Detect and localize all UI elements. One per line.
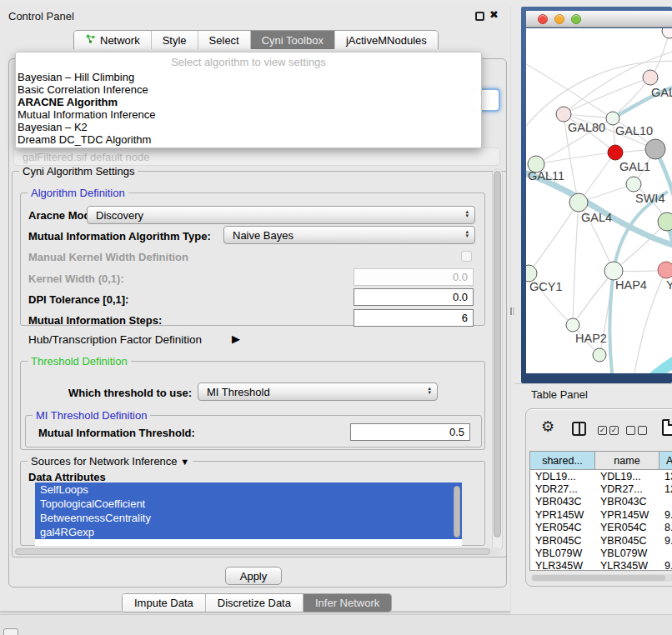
table-row[interactable]: YBR045C YBR045C 9.	[530, 534, 672, 547]
node-hap4[interactable]	[604, 262, 623, 280]
node-partial-bottom[interactable]	[593, 348, 606, 362]
gear-icon[interactable]: ⚙	[541, 418, 554, 436]
column-header-name[interactable]: name	[595, 452, 659, 469]
node-label: Y	[666, 278, 672, 292]
split-view-icon[interactable]	[572, 422, 586, 436]
data-attributes-list[interactable]: SelfLoops TopologicalCoefficient Between…	[35, 482, 462, 546]
node-green-right[interactable]	[658, 212, 672, 231]
algorithm-option[interactable]: Bayesian – Hill Climbing	[16, 71, 481, 83]
float-window-icon[interactable]	[475, 12, 484, 21]
node-gal10[interactable]	[606, 112, 619, 125]
mi-type-combo[interactable]: Naive Bayes ▴▾	[223, 226, 475, 244]
close-icon[interactable]: ✖	[489, 8, 499, 21]
node-gal4[interactable]	[569, 193, 588, 212]
splitpane-handle[interactable]	[510, 308, 514, 315]
sources-title: Sources for Network Inference ▼	[28, 455, 193, 468]
checked-checkbox-icon[interactable]: ✓	[609, 426, 619, 435]
table-row[interactable]: YER054C YER054C 8.	[530, 522, 672, 534]
control-panel-tabbar: Network Style Select Cyni Toolbox jActiv…	[73, 30, 439, 49]
attributes-list-scrollbar[interactable]	[454, 486, 460, 538]
tab-jactivemnodules[interactable]: jActiveMNodules	[334, 31, 438, 49]
tab-select[interactable]: Select	[198, 31, 250, 49]
tab-style[interactable]: Style	[151, 31, 198, 49]
network-window-titlebar[interactable]	[526, 11, 672, 28]
tab-select-label: Select	[209, 34, 239, 47]
mac-minimize-button[interactable]	[554, 14, 564, 24]
algorithm-option[interactable]: Mutual Information Inference	[16, 108, 481, 121]
node-salmon[interactable]	[658, 262, 672, 278]
kernel-width-field[interactable]: 0.0	[354, 268, 474, 286]
file-icon[interactable]	[662, 419, 672, 436]
tab-discretize-data[interactable]: Discretize Data	[205, 594, 303, 612]
attribute-item[interactable]: BetweennessCentrality	[35, 511, 462, 525]
stepper-icon: ▴▾	[465, 209, 469, 218]
table-row[interactable]: YPR145W YPR145W 9.	[530, 508, 672, 521]
column-header-shared-name[interactable]: shared...	[530, 452, 595, 469]
table-row[interactable]: YLR345W YLR345W 9.	[530, 560, 672, 571]
algorithm-option[interactable]: Basic Correlation Inference	[16, 83, 481, 96]
collapsed-panel-button[interactable]	[3, 628, 18, 635]
table-row[interactable]: YBR043C YBR043C	[530, 496, 672, 508]
node-label: GAL10	[615, 124, 653, 138]
mi-threshold-field[interactable]: 0.5	[350, 423, 470, 441]
table-row[interactable]: YDR27... YDR27... 12	[530, 482, 672, 495]
table-row[interactable]: YDL19... YDL19... 13	[530, 470, 672, 482]
tab-cyni-toolbox[interactable]: Cyni Toolbox	[250, 31, 334, 49]
network-view-window: GAL GAL80 GAL10 GAL1 GAL11 SWI4 GAL4 GCY…	[521, 7, 672, 383]
apply-button-label: Apply	[240, 570, 268, 582]
checked-checkbox-icon[interactable]: ✓	[598, 426, 607, 435]
scrollbar-thumb[interactable]	[532, 575, 665, 581]
node-gray[interactable]	[645, 139, 665, 159]
expand-right-icon[interactable]: ▶	[232, 332, 240, 345]
algorithm-placeholder: Select algorithm to view settings	[16, 52, 481, 71]
which-threshold-combo[interactable]: MI Threshold ▴▾	[198, 382, 438, 401]
mac-zoom-button[interactable]	[571, 14, 581, 24]
node-gal1[interactable]	[608, 145, 623, 160]
status-strip	[0, 614, 672, 635]
manual-kernel-checkbox[interactable]	[461, 251, 472, 262]
column-header-partial[interactable]: A	[659, 452, 672, 469]
collapse-down-icon[interactable]: ▼	[180, 457, 189, 467]
scrollbar-thumb[interactable]	[494, 171, 501, 538]
settings-horizontal-scrollbar[interactable]	[14, 548, 501, 556]
node-swi4[interactable]	[626, 177, 641, 192]
settings-vertical-scrollbar[interactable]	[492, 168, 503, 552]
tab-impute-data-label: Impute Data	[134, 597, 193, 609]
table-panel-toolbar: ⚙ ✓ ✓	[526, 409, 672, 449]
table-horizontal-scrollbar[interactable]	[531, 574, 672, 582]
algorithm-dropdown-list: Select algorithm to view settings Bayesi…	[15, 52, 482, 148]
node-hap2[interactable]	[566, 318, 579, 332]
table-panel: ⚙ ✓ ✓ shared... name A YDL19... YDL19...…	[525, 408, 672, 587]
attribute-item[interactable]: gal4RGexp	[35, 525, 462, 539]
aracne-mode-value: Discovery	[96, 209, 143, 222]
node-gal-top[interactable]	[643, 70, 658, 85]
manual-kernel-label: Manual Kernel Width Definition	[28, 251, 188, 263]
attribute-item[interactable]: TopologicalCoefficient	[35, 497, 462, 511]
aracne-mode-combo[interactable]: Discovery ▴▾	[87, 206, 475, 224]
mi-steps-value: 6	[462, 312, 468, 324]
node-gal80[interactable]	[556, 107, 571, 122]
node-gcy1[interactable]	[526, 265, 537, 282]
mi-steps-field[interactable]: 6	[354, 309, 474, 327]
tab-cyni-toolbox-label: Cyni Toolbox	[262, 34, 323, 47]
mac-close-button[interactable]	[538, 14, 548, 24]
network-canvas[interactable]: GAL GAL80 GAL10 GAL1 GAL11 SWI4 GAL4 GCY…	[526, 28, 672, 373]
apply-button[interactable]: Apply	[225, 567, 282, 585]
tab-infer-network[interactable]: Infer Network	[303, 594, 391, 612]
algorithm-option-selected[interactable]: ARACNE Algorithm	[16, 96, 481, 108]
table-data-combo[interactable]: galFiltered.sif default node	[13, 148, 500, 166]
algorithm-option[interactable]: Bayesian – K2	[16, 121, 481, 133]
network-icon	[85, 33, 96, 47]
scrollbar-thumb[interactable]	[15, 548, 490, 555]
stepper-icon: ▴▾	[428, 386, 431, 394]
attribute-item[interactable]: SelfLoops	[35, 482, 462, 497]
node-partial-top[interactable]	[662, 28, 672, 38]
algorithm-option[interactable]: Dream8 DC_TDC Algorithm	[16, 133, 481, 146]
node-table[interactable]: shared... name A YDL19... YDL19... 13 YD…	[529, 451, 672, 571]
table-row[interactable]: YBL079W YBL079W	[530, 547, 672, 559]
unchecked-checkbox-icon[interactable]	[626, 426, 635, 435]
dpi-tolerance-field[interactable]: 0.0	[354, 288, 474, 306]
unchecked-checkbox-icon[interactable]	[638, 426, 647, 435]
tab-network[interactable]: Network	[74, 31, 151, 49]
tab-impute-data[interactable]: Impute Data	[123, 594, 205, 612]
